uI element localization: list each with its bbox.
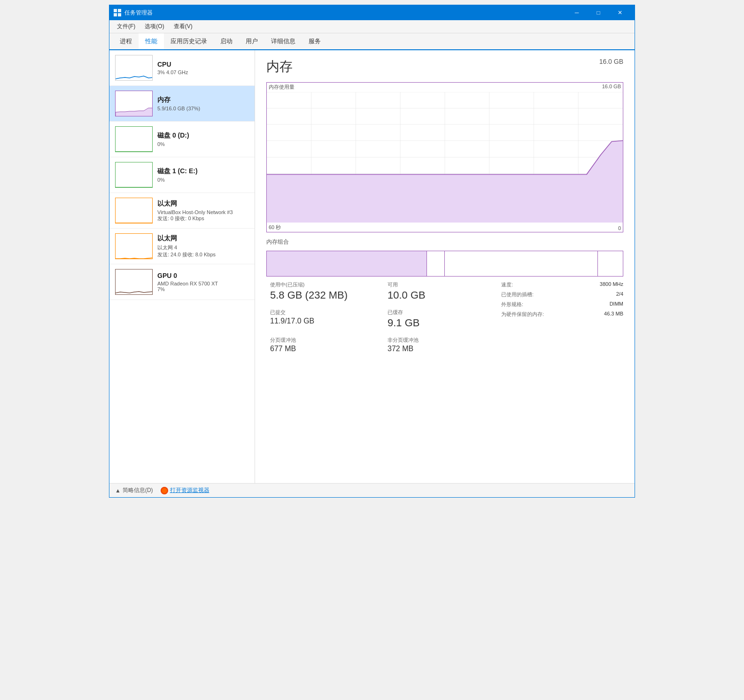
tab-services[interactable]: 服务 <box>302 33 327 50</box>
gpu-thumb <box>115 269 153 295</box>
resource-monitor-label: 打开资源监视器 <box>170 486 209 494</box>
summary-label: 简略信息(D) <box>123 486 153 494</box>
memory-info: 内存 5.9/16.0 GB (37%) <box>157 96 249 111</box>
available-label: 可用 <box>388 281 497 288</box>
minimize-button[interactable]: ─ <box>566 5 588 20</box>
in-use-value: 5.8 GB (232 MB) <box>270 289 380 301</box>
ethernet1-subtitle1: VirtualBox Host-Only Network #3 <box>157 209 249 215</box>
disk1-title: 磁盘 1 (C: E:) <box>157 167 249 176</box>
sidebar-item-cpu[interactable]: CPU 3% 4.07 GHz <box>109 50 255 86</box>
cpu-subtitle: 3% 4.07 GHz <box>157 69 249 75</box>
memory-thumb <box>115 91 153 116</box>
non-paged-label: 非分页缓冲池 <box>388 337 497 344</box>
panel-header: 内存 16.0 GB <box>266 58 623 76</box>
reserved-value: 46.3 MB <box>575 311 623 318</box>
chart-x-right: 0 <box>618 225 621 231</box>
form-value: DIMM <box>575 301 623 308</box>
cpu-title: CPU <box>157 61 249 68</box>
menu-file[interactable]: 文件(F) <box>113 21 139 32</box>
stat-paged-pool: 分页缓冲池 677 MB <box>266 337 384 353</box>
comp-standby <box>445 251 598 276</box>
ethernet1-info: 以太网 VirtualBox Host-Only Network #3 发送: … <box>157 200 249 222</box>
app-icon <box>113 8 122 17</box>
disk0-info: 磁盘 0 (D:) 0% <box>157 131 249 147</box>
menu-view[interactable]: 查看(V) <box>170 21 196 32</box>
available-value: 10.0 GB <box>388 289 497 301</box>
reserved-label: 为硬件保留的内存: <box>501 311 568 318</box>
speed-value: 3800 MHz <box>575 281 623 288</box>
chart-y-max: 16.0 GB <box>602 84 621 89</box>
paged-label: 分页缓冲池 <box>270 337 380 344</box>
speed-label: 速度: <box>501 281 568 288</box>
svg-rect-1 <box>118 9 121 12</box>
tab-users[interactable]: 用户 <box>239 33 264 50</box>
menu-options[interactable]: 选项(O) <box>141 21 168 32</box>
paged-value: 677 MB <box>270 345 380 353</box>
ethernet1-subtitle2: 发送: 0 接收: 0 Kbps <box>157 215 249 222</box>
panel-title: 内存 <box>266 58 293 76</box>
sidebar-item-memory[interactable]: 内存 5.9/16.0 GB (37%) <box>109 86 255 122</box>
svg-rect-3 <box>118 13 121 16</box>
sidebar-item-ethernet1[interactable]: 以太网 VirtualBox Host-Only Network #3 发送: … <box>109 193 255 229</box>
non-paged-value: 372 MB <box>388 345 497 353</box>
disk0-thumb <box>115 126 153 152</box>
stats-left: 使用中(已压缩) 5.8 GB (232 MB) 可用 10.0 GB 已提交 … <box>266 281 501 353</box>
ethernet1-thumb <box>115 198 153 223</box>
resource-monitor-icon <box>161 487 168 494</box>
tab-details[interactable]: 详细信息 <box>264 33 302 50</box>
ethernet2-info: 以太网 以太网 4 发送: 24.0 接收: 8.0 Kbps <box>157 234 249 258</box>
in-use-label: 使用中(已压缩) <box>270 281 380 288</box>
stats-right: 速度: 3800 MHz 已使用的插槽: 2/4 外形规格: DIMM 为硬件保… <box>501 281 623 353</box>
form-label: 外形规格: <box>501 301 568 308</box>
stat-committed: 已提交 11.9/17.0 GB <box>266 309 384 329</box>
sidebar-item-gpu[interactable]: GPU 0 AMD Radeon RX 5700 XT 7% <box>109 264 255 300</box>
maximize-button[interactable]: □ <box>588 5 609 20</box>
tab-app-history[interactable]: 应用历史记录 <box>164 33 214 50</box>
footer: ▲ 简略信息(D) 打开资源监视器 <box>109 483 635 497</box>
ethernet1-title: 以太网 <box>157 200 249 208</box>
svg-rect-0 <box>114 9 117 12</box>
sidebar-item-disk1[interactable]: 磁盘 1 (C: E:) 0% <box>109 157 255 193</box>
stats-bottom: 使用中(已压缩) 5.8 GB (232 MB) 可用 10.0 GB 已提交 … <box>266 281 623 353</box>
comp-free <box>598 251 623 276</box>
composition-bar <box>266 251 623 277</box>
comp-modified <box>427 251 445 276</box>
gpu-info: GPU 0 AMD Radeon RX 5700 XT 7% <box>157 272 249 292</box>
memory-chart: 内存使用量 16.0 GB <box>266 82 623 232</box>
summary-toggle[interactable]: ▲ 简略信息(D) <box>115 486 153 494</box>
stat-available: 可用 10.0 GB <box>384 281 501 301</box>
svg-rect-2 <box>114 13 117 16</box>
stat-cached: 已缓存 9.1 GB <box>384 309 501 329</box>
main-content: CPU 3% 4.07 GHz 内存 5.9/16.0 GB (37%) <box>109 50 635 483</box>
gpu-subtitle2: 7% <box>157 286 249 292</box>
slots-value: 2/4 <box>575 291 623 298</box>
close-button[interactable]: ✕ <box>609 5 631 20</box>
main-window: 任务管理器 ─ □ ✕ 文件(F) 选项(O) 查看(V) 进程 性能 应用历史… <box>109 5 635 498</box>
comp-used <box>267 251 427 276</box>
open-resource-monitor-link[interactable]: 打开资源监视器 <box>161 486 209 494</box>
ethernet2-thumb <box>115 233 153 259</box>
cached-value: 9.1 GB <box>388 317 497 329</box>
sidebar-item-disk0[interactable]: 磁盘 0 (D:) 0% <box>109 122 255 157</box>
disk1-info: 磁盘 1 (C: E:) 0% <box>157 167 249 183</box>
chart-x-left: 60 秒 <box>269 224 281 231</box>
gpu-title: GPU 0 <box>157 272 249 279</box>
gpu-subtitle1: AMD Radeon RX 5700 XT <box>157 281 249 286</box>
memory-title: 内存 <box>157 96 249 104</box>
committed-value: 11.9/17.0 GB <box>270 317 380 325</box>
ethernet2-subtitle2: 发送: 24.0 接收: 8.0 Kbps <box>157 251 249 258</box>
panel-total: 16.0 GB <box>599 58 623 65</box>
title-bar: 任务管理器 ─ □ ✕ <box>109 5 635 20</box>
cached-label: 已缓存 <box>388 309 497 316</box>
cpu-thumb <box>115 55 153 81</box>
sidebar-item-ethernet2[interactable]: 以太网 以太网 4 发送: 24.0 接收: 8.0 Kbps <box>109 229 255 264</box>
stat-non-paged: 非分页缓冲池 372 MB <box>384 337 501 353</box>
tab-performance[interactable]: 性能 <box>139 33 164 50</box>
chart-y-label: 内存使用量 <box>269 84 294 91</box>
composition-label: 内存组合 <box>266 238 623 246</box>
tab-startup[interactable]: 启动 <box>214 33 239 50</box>
tab-processes[interactable]: 进程 <box>113 33 139 50</box>
tab-bar: 进程 性能 应用历史记录 启动 用户 详细信息 服务 <box>109 33 635 50</box>
sidebar: CPU 3% 4.07 GHz 内存 5.9/16.0 GB (37%) <box>109 50 255 483</box>
disk0-subtitle: 0% <box>157 141 249 147</box>
